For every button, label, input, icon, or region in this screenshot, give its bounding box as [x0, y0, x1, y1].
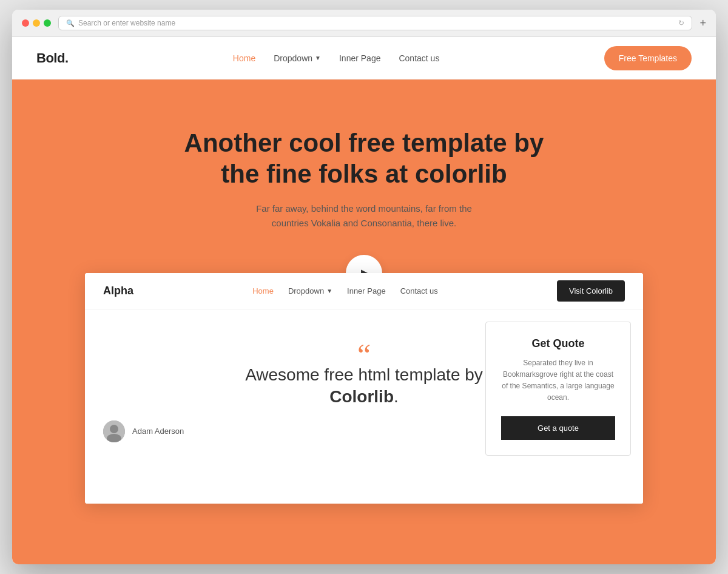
hero-title: Another cool free template by the fine f… [182, 128, 546, 189]
close-button[interactable] [22, 19, 29, 27]
svg-point-1 [110, 425, 118, 433]
nav-link-contact[interactable]: Contact us [399, 53, 439, 63]
refresh-icon[interactable]: ↻ [678, 19, 684, 27]
inner-hero: “ Awesome free html template by Colorlib… [85, 309, 643, 504]
nav-item-inner-page[interactable]: Inner Page [339, 53, 381, 64]
nav-menu: Home Dropdown ▼ Inner Page Contact us [233, 53, 440, 64]
website-content: Bold. Home Dropdown ▼ Inner Page Contact… [12, 37, 716, 564]
quote-card-text: Separated they live in Bookmarksgrove ri… [501, 357, 615, 404]
inner-nav-link-inner-page[interactable]: Inner Page [347, 286, 386, 295]
inner-nav-link-dropdown[interactable]: Dropdown [288, 286, 324, 295]
inner-nav-item-home[interactable]: Home [252, 285, 274, 296]
minimize-button[interactable] [33, 19, 40, 27]
avatar [103, 420, 125, 442]
hero-subtitle: Far far away, behind the word mountains,… [249, 201, 479, 231]
chevron-down-icon: ▼ [315, 55, 321, 61]
nav-link-dropdown[interactable]: Dropdown [274, 53, 312, 63]
inner-hero-title-plain: Awesome free html template by [245, 365, 483, 384]
brand-logo: Bold. [36, 50, 69, 66]
inner-nav-menu: Home Dropdown ▼ Inner Page Conta [252, 285, 438, 296]
inner-nav-link-contact[interactable]: Contact us [400, 286, 438, 295]
author-name: Adam Aderson [132, 427, 184, 436]
new-tab-button[interactable]: + [699, 17, 706, 30]
search-icon: 🔍 [66, 19, 75, 27]
get-quote-button[interactable]: Get a quote [501, 416, 615, 440]
nav-item-dropdown[interactable]: Dropdown ▼ [274, 53, 321, 63]
inner-nav-link-home[interactable]: Home [252, 286, 274, 295]
inner-nav-item-inner-page[interactable]: Inner Page [347, 285, 386, 296]
inner-hero-title-period: . [394, 387, 399, 406]
quote-card: Get Quote Separated they live in Bookmar… [485, 322, 631, 456]
avatar-image [103, 420, 125, 442]
inner-hero-title-bold: Colorlib [329, 387, 394, 406]
inner-nav-item-dropdown[interactable]: Dropdown ▼ [288, 286, 332, 295]
visit-colorlib-button[interactable]: Visit Colorlib [557, 280, 625, 302]
quote-card-title: Get Quote [501, 337, 615, 350]
free-templates-button[interactable]: Free Templates [604, 46, 692, 70]
inner-nav-item-contact[interactable]: Contact us [400, 285, 438, 296]
hero-section: Another cool free template by the fine f… [12, 79, 716, 564]
address-text: Search or enter website name [78, 19, 175, 27]
inner-site-preview: Alpha Home Dropdown ▼ Inner Page [85, 273, 643, 504]
nav-link-home[interactable]: Home [233, 53, 255, 63]
maximize-button[interactable] [44, 19, 51, 27]
browser-traffic-lights [22, 19, 51, 27]
browser-chrome: 🔍 Search or enter website name ↻ + [12, 10, 716, 37]
top-navbar: Bold. Home Dropdown ▼ Inner Page Contact… [12, 37, 716, 79]
browser-window: 🔍 Search or enter website name ↻ + Bold.… [12, 10, 716, 564]
inner-chevron-down-icon: ▼ [326, 288, 332, 294]
address-bar[interactable]: 🔍 Search or enter website name ↻ [58, 16, 692, 30]
inner-brand-logo: Alpha [103, 285, 133, 297]
nav-link-inner-page[interactable]: Inner Page [339, 53, 381, 63]
nav-item-contact[interactable]: Contact us [399, 53, 439, 64]
nav-item-home[interactable]: Home [233, 53, 255, 64]
inner-navbar: Alpha Home Dropdown ▼ Inner Page [85, 273, 643, 309]
